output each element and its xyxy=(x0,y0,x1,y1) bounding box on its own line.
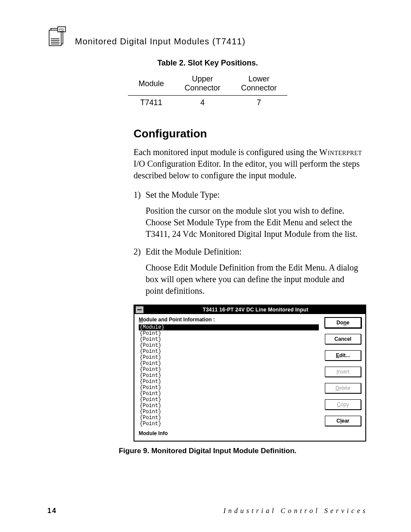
step-1-body: Position the cursor on the module slot y… xyxy=(134,205,364,240)
list-item[interactable]: {Module} xyxy=(139,324,319,330)
list-item[interactable]: {Point} xyxy=(139,342,319,348)
list-item[interactable]: {Point} xyxy=(139,415,319,421)
cell-lower: 7 xyxy=(231,96,287,110)
list-item[interactable]: {Point} xyxy=(139,391,319,397)
edit-button[interactable]: Edit... xyxy=(325,350,361,361)
dialog-titlebar: T3411 16-PT 24V DC Line Monitored Input xyxy=(134,305,365,314)
insert-button: Insert xyxy=(325,367,361,377)
svg-rect-1 xyxy=(49,30,61,46)
cancel-button[interactable]: Cancel xyxy=(325,334,361,344)
list-item[interactable]: {Point} xyxy=(139,348,319,355)
page-title: Monitored Digital Input Modules (T7411) xyxy=(75,37,246,47)
step-1: Set the Module Type: Position the cursor… xyxy=(134,189,364,240)
list-item[interactable]: {Point} xyxy=(139,397,319,403)
cell-upper: 4 xyxy=(174,96,230,110)
point-listbox[interactable]: {Module}{Point}{Point}{Point}{Point}{Poi… xyxy=(139,324,319,427)
clear-button[interactable]: Clear xyxy=(325,416,361,426)
system-menu-icon[interactable] xyxy=(135,306,144,314)
document-icon: PD xyxy=(47,26,68,47)
page-header: PD Monitored Digital Input Modules (T741… xyxy=(47,26,368,47)
list-item[interactable]: {Point} xyxy=(139,336,319,342)
icon-label: PD xyxy=(59,28,64,31)
list-item[interactable]: {Point} xyxy=(139,355,319,361)
list-item[interactable]: {Point} xyxy=(139,367,319,373)
list-item[interactable]: {Point} xyxy=(139,409,319,415)
dialog-title: T3411 16-PT 24V DC Line Monitored Input xyxy=(146,307,365,313)
list-item[interactable]: {Point} xyxy=(139,361,319,367)
list-item[interactable]: {Point} xyxy=(139,330,319,336)
step-2: Edit the Module Definition: Choose Edit … xyxy=(134,246,364,297)
list-item[interactable]: {Point} xyxy=(139,421,319,427)
slot-key-table: Module UpperConnector LowerConnector T74… xyxy=(128,72,287,110)
module-definition-dialog: T3411 16-PT 24V DC Line Monitored Input … xyxy=(134,305,366,442)
step-1-title: Set the Module Type: xyxy=(134,189,364,201)
section-heading: Configuration xyxy=(134,127,368,140)
list-item[interactable]: {Point} xyxy=(139,373,319,379)
list-label: Module and Point Information : xyxy=(139,317,319,323)
copy-button: Copy xyxy=(325,399,361,410)
body-text: Each monitored input module is configure… xyxy=(134,146,364,297)
step-2-body: Choose Edit Module Definition from the E… xyxy=(134,262,364,297)
col-module: Module xyxy=(128,72,174,96)
table-caption: Table 2. Slot Key Positions. xyxy=(47,59,368,68)
done-button[interactable]: Done xyxy=(325,317,361,328)
step-2-title: Edit the Module Definition: xyxy=(134,246,364,258)
delete-button: Delete xyxy=(325,383,361,393)
figure-caption: Figure 9. Monitored Digital Input Module… xyxy=(47,447,368,455)
intro-paragraph: Each monitored input module is configure… xyxy=(134,146,364,181)
col-lower: LowerConnector xyxy=(231,72,287,96)
list-item[interactable]: {Point} xyxy=(139,379,319,385)
table-row: T7411 4 7 xyxy=(128,96,287,110)
page-footer: 14 Industrial Control Services xyxy=(47,507,368,515)
col-upper: UpperConnector xyxy=(174,72,230,96)
publication-name: Industrial Control Services xyxy=(223,507,368,515)
cell-module: T7411 xyxy=(128,96,174,110)
list-item[interactable]: {Point} xyxy=(139,403,319,409)
module-info-label: Module Info xyxy=(139,430,319,436)
page-number: 14 xyxy=(47,507,57,515)
list-item[interactable]: {Point} xyxy=(139,385,319,391)
